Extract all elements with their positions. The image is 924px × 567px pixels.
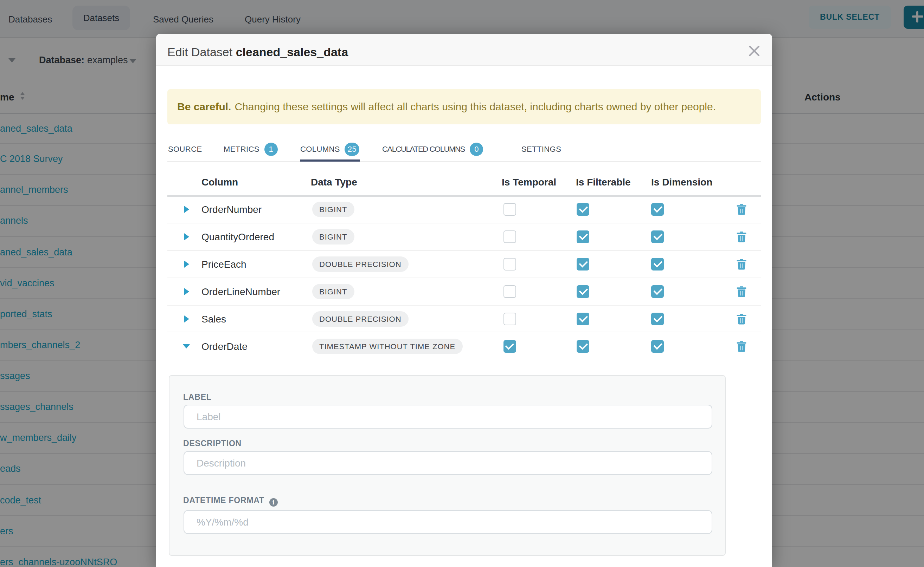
superset-datasets-page: Databases Datasets Saved Queries Query H… (0, 0, 924, 567)
column-row-sales: SalesDOUBLE PRECISION (167, 305, 761, 333)
is-temporal-checkbox[interactable] (503, 231, 516, 243)
description-field-label: DESCRIPTION (183, 439, 242, 447)
column-name: PriceEach (202, 258, 247, 270)
tab-source[interactable]: SOURCE (168, 141, 202, 157)
edit-dataset-modal: Edit Dataset cleaned_sales_data Be caref… (156, 34, 772, 567)
is-temporal-checkbox[interactable] (503, 203, 516, 216)
is-filterable-checkbox[interactable] (576, 258, 589, 270)
is-temporal-checkbox[interactable] (503, 340, 516, 353)
is-temporal-checkbox[interactable] (503, 258, 516, 270)
datetime-format-input[interactable] (183, 510, 712, 534)
expand-caret-icon[interactable] (184, 288, 189, 295)
tab-label: METRICS (224, 145, 259, 153)
is-dimension-checkbox[interactable] (651, 258, 664, 270)
datetime-format-label-text: DATETIME FORMAT (183, 496, 264, 504)
data-type-pill: DOUBLE PRECISION (312, 256, 409, 272)
tab-settings[interactable]: SETTINGS (521, 141, 561, 157)
is-filterable-checkbox[interactable] (576, 312, 589, 325)
info-icon[interactable]: i (269, 498, 278, 507)
data-type-pill: BIGINT (312, 229, 354, 244)
is-filterable-checkbox[interactable] (576, 285, 589, 298)
warning-text: Changing these settings will affect all … (235, 100, 716, 112)
tab-label: CALCULATED COLUMNS (382, 145, 465, 153)
delete-column-icon[interactable] (736, 313, 747, 324)
th-is-filterable: Is Filterable (576, 176, 631, 188)
collapse-caret-icon[interactable] (183, 344, 190, 348)
data-type-pill: DOUBLE PRECISION (312, 311, 409, 326)
modal-title-prefix: Edit Dataset (167, 46, 236, 59)
delete-column-icon[interactable] (736, 286, 747, 297)
warning-bold-text: Be careful. (177, 100, 231, 112)
tab-count-badge: 1 (264, 142, 278, 156)
tab-label: SETTINGS (521, 145, 561, 153)
column-row-orderlinenumber: OrderLineNumberBIGINT (167, 278, 761, 306)
data-type-pill: BIGINT (312, 284, 354, 299)
expand-caret-icon[interactable] (184, 261, 189, 268)
is-dimension-checkbox[interactable] (651, 203, 664, 216)
tab-label: COLUMNS (300, 145, 340, 153)
tab-calculated-columns[interactable]: CALCULATED COLUMNS0 (382, 141, 483, 157)
label-field-label: LABEL (183, 393, 212, 401)
column-name: Sales (202, 313, 226, 324)
tab-metrics[interactable]: METRICS1 (224, 141, 278, 157)
expand-caret-icon[interactable] (184, 315, 189, 322)
is-filterable-checkbox[interactable] (576, 231, 589, 243)
expand-caret-icon[interactable] (184, 233, 189, 240)
th-is-temporal: Is Temporal (502, 176, 556, 188)
expand-caret-icon[interactable] (184, 206, 189, 213)
data-type-pill: TIMESTAMP WITHOUT TIME ZONE (312, 339, 462, 354)
description-input[interactable] (183, 451, 712, 475)
active-tab-indicator (300, 159, 360, 162)
delete-column-icon[interactable] (736, 341, 747, 352)
columns-table-header: Column Data Type Is Temporal Is Filterab… (156, 171, 772, 195)
tab-count-badge: 25 (345, 142, 359, 156)
column-name: OrderDate (202, 341, 248, 352)
warning-alert: Be careful.Changing these settings will … (167, 89, 761, 124)
is-filterable-checkbox[interactable] (576, 203, 589, 216)
column-name: OrderNumber (202, 204, 262, 215)
column-name: QuantityOrdered (202, 231, 274, 242)
column-row-orderdate: OrderDateTIMESTAMP WITHOUT TIME ZONE (167, 333, 761, 360)
tab-count-badge: 0 (470, 142, 483, 156)
th-column: Column (202, 176, 238, 188)
delete-column-icon[interactable] (736, 258, 747, 270)
tabs-divider (167, 161, 761, 162)
modal-title-dataset-name: cleaned_sales_data (236, 46, 348, 59)
is-dimension-checkbox[interactable] (651, 312, 664, 325)
tab-columns[interactable]: COLUMNS25 (300, 141, 359, 157)
is-filterable-checkbox[interactable] (576, 340, 589, 353)
is-dimension-checkbox[interactable] (651, 231, 664, 243)
delete-column-icon[interactable] (736, 231, 747, 242)
is-dimension-checkbox[interactable] (651, 340, 664, 353)
column-row-quantityordered: QuantityOrderedBIGINT (167, 224, 761, 251)
tab-label: SOURCE (168, 145, 202, 153)
column-row-priceeach: PriceEachDOUBLE PRECISION (167, 251, 761, 278)
column-name: OrderLineNumber (202, 286, 280, 297)
data-type-pill: BIGINT (312, 202, 354, 218)
modal-title: Edit Dataset cleaned_sales_data (167, 46, 348, 60)
is-temporal-checkbox[interactable] (503, 312, 516, 325)
delete-column-icon[interactable] (736, 204, 747, 215)
is-dimension-checkbox[interactable] (651, 285, 664, 298)
close-icon[interactable] (743, 41, 765, 63)
column-row-ordernumber: OrderNumberBIGINT (167, 196, 761, 224)
datetime-format-field-label: DATETIME FORMATi (183, 496, 278, 507)
th-data-type: Data Type (311, 176, 357, 188)
label-input[interactable] (183, 405, 712, 429)
th-is-dimension: Is Dimension (651, 176, 712, 188)
column-editor-panel: LABEL DESCRIPTION DATETIME FORMATi (169, 375, 726, 556)
is-temporal-checkbox[interactable] (503, 285, 516, 298)
